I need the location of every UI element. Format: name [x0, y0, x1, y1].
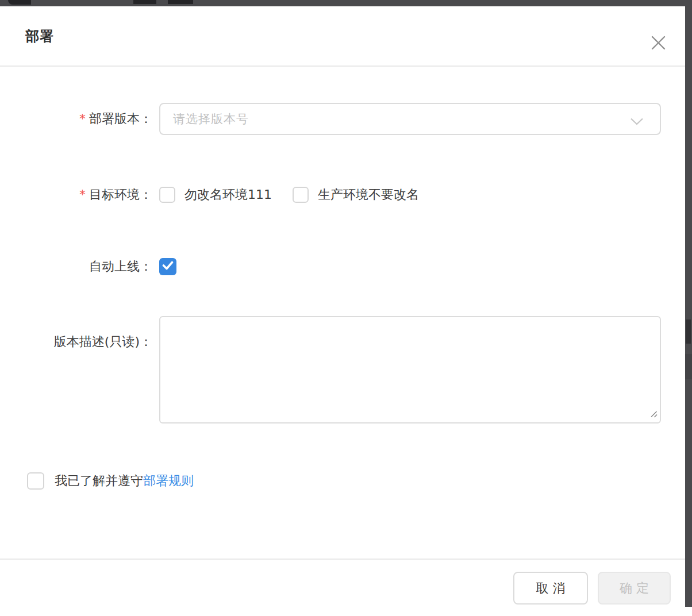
dialog-title: 部署: [25, 27, 54, 45]
form-row-target-env: *目标环境： 勿改名环境111 生产环境不要改名: [0, 186, 685, 203]
target-env-options: 勿改名环境111 生产环境不要改名: [159, 186, 661, 203]
close-button[interactable]: [648, 34, 668, 53]
version-desc-textarea-frame: [159, 316, 661, 424]
deploy-version-control: 请选择版本号: [159, 103, 661, 135]
auto-online-checkbox[interactable]: [159, 258, 176, 275]
background-content-artifact: [685, 354, 692, 379]
checkbox-unchecked-icon[interactable]: [159, 187, 175, 203]
close-icon: [651, 35, 666, 52]
dimmed-background-right: [685, 0, 692, 607]
form-row-auto-online: 自动上线：: [0, 258, 685, 275]
auto-online-control: [159, 258, 661, 275]
checkbox-unchecked-icon[interactable]: [293, 187, 309, 203]
form-row-deploy-version: *部署版本： 请选择版本号: [0, 103, 685, 135]
deploy-rules-link[interactable]: 部署规则: [143, 472, 194, 490]
chevron-down-icon: [630, 117, 644, 128]
agreement-text: 我已了解并遵守: [55, 472, 143, 490]
auto-online-label: 自动上线：: [0, 258, 152, 275]
dialog-header: 部署: [0, 6, 685, 67]
background-content-artifact: [686, 319, 691, 344]
version-desc-textarea[interactable]: [160, 317, 660, 422]
form-row-version-desc: 版本描述(只读)：: [0, 316, 685, 424]
background-content-artifact: [8, 0, 31, 5]
dialog-body: *部署版本： 请选择版本号 *目标环境：: [0, 68, 685, 490]
version-select[interactable]: 请选择版本号: [159, 103, 661, 135]
background-content-artifact: [133, 0, 156, 4]
resize-handle-icon[interactable]: [649, 410, 658, 421]
deploy-version-label: *部署版本：: [0, 110, 152, 128]
confirm-button[interactable]: 确 定: [598, 572, 671, 605]
required-asterisk: *: [79, 187, 86, 202]
dimmed-background-top: [0, 0, 692, 6]
target-env-label: *目标环境：: [0, 186, 152, 203]
dialog-footer: 取 消 确 定: [0, 559, 685, 605]
env-checkbox-item-2[interactable]: 生产环境不要改名: [293, 186, 419, 203]
required-asterisk: *: [79, 111, 86, 126]
check-icon: [162, 261, 174, 272]
background-content-artifact: [168, 0, 193, 4]
agreement-checkbox[interactable]: [27, 472, 44, 490]
env-checkbox-label-2: 生产环境不要改名: [318, 186, 419, 203]
agreement-row: 我已了解并遵守部署规则: [27, 472, 685, 490]
env-checkbox-item-1[interactable]: 勿改名环境111: [159, 186, 272, 203]
version-desc-label: 版本描述(只读)：: [0, 316, 152, 351]
env-checkbox-label-1: 勿改名环境111: [184, 186, 272, 203]
version-select-placeholder: 请选择版本号: [173, 111, 249, 127]
cancel-button[interactable]: 取 消: [513, 572, 588, 605]
deploy-dialog: 部署 *部署版本： 请选择版本号: [0, 6, 685, 616]
version-desc-control: [159, 316, 661, 424]
